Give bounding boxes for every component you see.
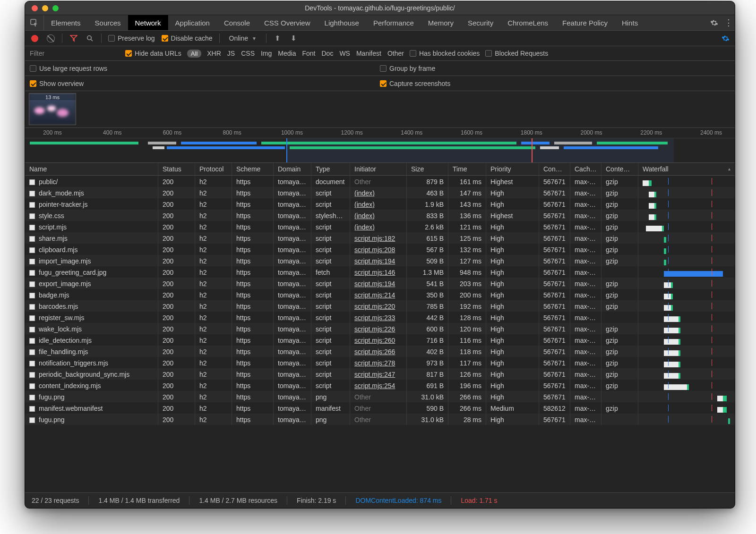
preserve-log-checkbox[interactable]: Preserve log	[108, 34, 155, 42]
minimize-window-button[interactable]	[42, 5, 48, 11]
column-header[interactable]: Name	[25, 163, 158, 175]
table-row[interactable]: manifest.webmanifest200h2httpstomayac…ma…	[25, 402, 735, 414]
cell-initiator[interactable]: script.mjs:278	[350, 357, 407, 368]
filter-type-font[interactable]: Font	[302, 50, 315, 57]
table-row[interactable]: barcodes.mjs200h2httpstomayac…scriptscri…	[25, 300, 735, 312]
cell-initiator[interactable]: script.mjs:208	[350, 244, 407, 255]
column-header[interactable]: Conne…	[539, 163, 570, 175]
cell-initiator[interactable]: script.mjs:266	[350, 346, 407, 357]
filter-type-img[interactable]: Img	[261, 50, 272, 57]
panel-tab-security[interactable]: Security	[461, 15, 500, 30]
cell-initiator[interactable]: (index)	[350, 221, 407, 232]
table-row[interactable]: notification_triggers.mjs200h2httpstomay…	[25, 357, 735, 368]
search-icon[interactable]	[85, 34, 94, 43]
capture-screenshots-checkbox[interactable]: Capture screenshots	[380, 80, 450, 87]
filter-type-xhr[interactable]: XHR	[207, 50, 221, 57]
column-header[interactable]: Initiator	[350, 163, 407, 175]
show-overview-checkbox[interactable]: Show overview	[30, 80, 84, 87]
has-blocked-cookies-checkbox[interactable]: Has blocked cookies	[410, 50, 480, 57]
panel-tab-console[interactable]: Console	[217, 15, 257, 30]
column-header[interactable]: Protocol	[195, 163, 232, 175]
settings-gear-icon[interactable]	[705, 15, 722, 30]
filter-type-all[interactable]: All	[187, 50, 201, 58]
table-row[interactable]: fugu.png200h2httpstomayac…pngOther31.0 k…	[25, 391, 735, 402]
record-button[interactable]	[30, 34, 39, 43]
filter-type-ws[interactable]: WS	[339, 50, 350, 57]
column-header[interactable]: Time	[448, 163, 486, 175]
panel-tab-sources[interactable]: Sources	[88, 15, 128, 30]
table-row[interactable]: pointer-tracker.js200h2httpstomayac…scri…	[25, 198, 735, 210]
filter-type-css[interactable]: CSS	[241, 50, 255, 57]
filter-type-doc[interactable]: Doc	[321, 50, 333, 57]
table-row[interactable]: share.mjs200h2httpstomayac…scriptscript.…	[25, 232, 735, 244]
cell-initiator[interactable]: script.mjs:194	[350, 278, 407, 289]
close-window-button[interactable]	[32, 5, 38, 11]
table-row[interactable]: clipboard.mjs200h2httpstomayac…scriptscr…	[25, 244, 735, 255]
filmstrip-thumbnail[interactable]: 13 ms	[29, 93, 76, 125]
cell-initiator[interactable]: script.mjs:254	[350, 380, 407, 391]
panel-tab-network[interactable]: Network	[128, 15, 168, 30]
panel-tab-performance[interactable]: Performance	[366, 15, 421, 30]
table-row[interactable]: public/200h2httpstomayac…documentOther87…	[25, 176, 735, 187]
column-header[interactable]: Content-…	[601, 163, 638, 175]
column-header[interactable]: Type	[311, 163, 350, 175]
table-row[interactable]: dark_mode.mjs200h2httpstomayac…script(in…	[25, 187, 735, 198]
cell-initiator[interactable]: script.mjs:220	[350, 300, 407, 312]
more-panels-icon[interactable]: ⋮	[722, 15, 735, 30]
table-row[interactable]: wake_lock.mjs200h2httpstomayac…scriptscr…	[25, 323, 735, 334]
download-har-icon[interactable]: ⬇	[289, 34, 299, 43]
table-row[interactable]: import_image.mjs200h2httpstomayac…script…	[25, 255, 735, 266]
cell-initiator[interactable]: script.mjs:247	[350, 368, 407, 380]
panel-tab-application[interactable]: Application	[168, 15, 217, 30]
table-row[interactable]: idle_detection.mjs200h2httpstomayac…scri…	[25, 334, 735, 346]
upload-har-icon[interactable]: ⬆	[273, 34, 283, 43]
panel-tab-memory[interactable]: Memory	[421, 15, 461, 30]
use-large-rows-checkbox[interactable]: Use large request rows	[30, 65, 107, 72]
table-row[interactable]: fugu.png200h2httpstomayac…pngOther31.0 k…	[25, 414, 735, 425]
cell-initiator[interactable]: script.mjs:146	[350, 266, 407, 278]
cell-initiator[interactable]: script.mjs:226	[350, 323, 407, 334]
maximize-window-button[interactable]	[52, 5, 59, 11]
inspect-element-button[interactable]	[25, 15, 44, 30]
column-header[interactable]: Domain	[274, 163, 311, 175]
cell-initiator[interactable]: (index)	[350, 187, 407, 198]
cell-initiator[interactable]: (index)	[350, 210, 407, 221]
table-row[interactable]: badge.mjs200h2httpstomayac…scriptscript.…	[25, 289, 735, 300]
table-header[interactable]: NameStatusProtocolSchemeDomainTypeInitia…	[25, 162, 735, 176]
column-header[interactable]: Cach…	[570, 163, 601, 175]
filter-icon[interactable]	[69, 34, 78, 43]
panel-tab-chromelens[interactable]: ChromeLens	[500, 15, 555, 30]
column-header[interactable]: Priority	[486, 163, 539, 175]
clear-button[interactable]	[46, 34, 55, 43]
disable-cache-checkbox[interactable]: Disable cache	[162, 34, 213, 42]
blocked-requests-checkbox[interactable]: Blocked Requests	[485, 50, 548, 57]
cell-initiator[interactable]: script.mjs:233	[350, 312, 407, 323]
group-by-frame-checkbox[interactable]: Group by frame	[380, 65, 435, 72]
cell-initiator[interactable]: script.mjs:260	[350, 334, 407, 346]
filter-input[interactable]: Filter	[30, 50, 120, 57]
filter-type-media[interactable]: Media	[278, 50, 296, 57]
cell-initiator[interactable]: script.mjs:182	[350, 232, 407, 244]
throttling-select[interactable]: Online ▼	[226, 34, 259, 42]
table-row[interactable]: style.css200h2httpstomayac…stylesheet(in…	[25, 210, 735, 221]
table-row[interactable]: fugu_greeting_card.jpg200h2httpstomayac……	[25, 266, 735, 278]
table-row[interactable]: file_handling.mjs200h2httpstomayac…scrip…	[25, 346, 735, 357]
filter-type-other[interactable]: Other	[387, 50, 404, 57]
column-header[interactable]: Scheme	[232, 163, 274, 175]
cell-initiator[interactable]: (index)	[350, 198, 407, 210]
column-header[interactable]: Status	[158, 163, 195, 175]
network-settings-gear-icon[interactable]	[721, 34, 730, 43]
panel-tab-hints[interactable]: Hints	[615, 15, 645, 30]
table-row[interactable]: periodic_background_sync.mjs200h2httpsto…	[25, 368, 735, 380]
table-row[interactable]: register_sw.mjs200h2httpstomayac…scripts…	[25, 312, 735, 323]
hide-data-urls-checkbox[interactable]: Hide data URLs	[125, 50, 181, 57]
panel-tab-lighthouse[interactable]: Lighthouse	[318, 15, 366, 30]
table-row[interactable]: content_indexing.mjs200h2httpstomayac…sc…	[25, 380, 735, 391]
column-header[interactable]: Size	[407, 163, 448, 175]
filter-type-js[interactable]: JS	[227, 50, 235, 57]
cell-initiator[interactable]: script.mjs:194	[350, 255, 407, 266]
table-row[interactable]: script.mjs200h2httpstomayac…script(index…	[25, 221, 735, 232]
panel-tab-css-overview[interactable]: CSS Overview	[257, 15, 318, 30]
panel-tab-feature-policy[interactable]: Feature Policy	[555, 15, 615, 30]
column-header[interactable]: Waterfall	[638, 163, 735, 175]
